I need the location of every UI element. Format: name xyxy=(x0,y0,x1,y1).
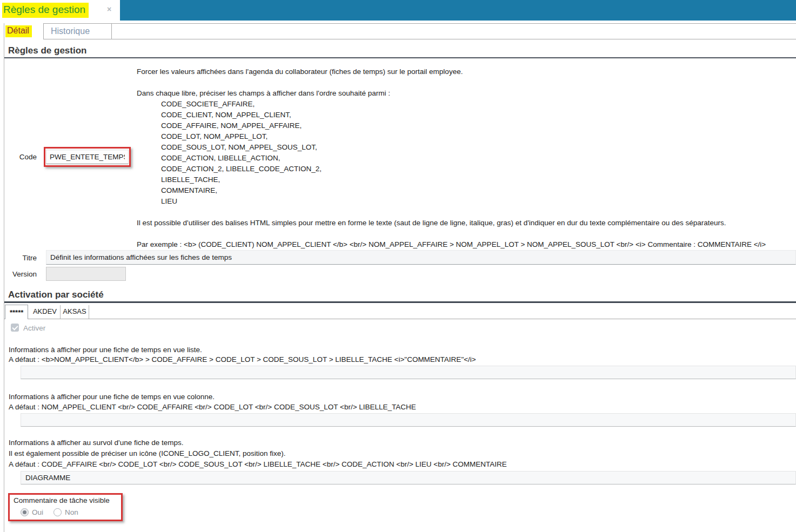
activer-checkbox[interactable] xyxy=(11,324,19,332)
description-line: Dans chaque libre, préciser les champs à… xyxy=(137,88,795,99)
field-option: CODE_LOT, NOM_APPEL_LOT, xyxy=(137,131,795,142)
tab-strip-top-border xyxy=(4,23,796,24)
society-tab-aksas[interactable]: AKSAS xyxy=(61,305,89,319)
field-option: CODE_ACTION_2, LIBELLE_CODE_ACTION_2, xyxy=(137,164,795,174)
field-option: CODE_SOCIETE_AFFAIRE, xyxy=(137,99,795,110)
survol-line2: Il est également possible de préciser un… xyxy=(9,449,286,457)
rule-description: Forcer les valeurs affichées dans l'agen… xyxy=(137,66,795,250)
code-label: Code xyxy=(5,153,37,161)
radio-non[interactable] xyxy=(53,508,62,516)
section-title-activation: Activation par société xyxy=(8,289,104,300)
version-input[interactable] xyxy=(46,267,126,281)
vue-liste-line1: Informations à afficher pour une fiche d… xyxy=(9,346,202,354)
tab-detail[interactable]: Détail xyxy=(4,23,44,39)
society-tab-all[interactable]: ***** xyxy=(5,305,28,319)
code-input[interactable] xyxy=(46,150,129,164)
titre-label: Titre xyxy=(5,254,37,262)
vue-colonne-line1: Informations à afficher pour une fiche d… xyxy=(9,393,215,401)
radio-oui[interactable] xyxy=(21,508,29,516)
field-option: LIEU xyxy=(137,196,795,207)
survol-input[interactable] xyxy=(21,471,796,484)
tab-detail-label: Détail xyxy=(5,25,32,37)
radio-non-label[interactable]: Non xyxy=(65,508,78,516)
section-title-regles: Règles de gestion xyxy=(8,45,86,56)
activer-label: Activer xyxy=(23,324,45,332)
society-tab-strip-border xyxy=(4,319,796,319)
description-line: Il est possible d'utiliser des balises H… xyxy=(137,218,795,228)
field-option: CODE_AFFAIRE, NOM_APPEL_AFFAIRE, xyxy=(137,120,795,131)
field-option: CODE_SOUS_LOT, NOM_APPEL_SOUS_LOT, xyxy=(137,142,795,153)
field-option: CODE_ACTION, LIBELLE_ACTION, xyxy=(137,153,795,164)
tab-strip-bottom-border xyxy=(4,39,796,39)
close-icon[interactable]: × xyxy=(107,5,111,14)
description-line: Forcer les valeurs affichées dans l'agen… xyxy=(137,66,795,77)
survol-line3: A défaut : CODE_AFFAIRE <br/> CODE_LOT <… xyxy=(9,460,507,468)
titre-input[interactable] xyxy=(46,250,796,265)
vue-liste-line2: A défaut : <b>NOM_APPEL_CLIENT</b> > COD… xyxy=(9,355,476,363)
commentaire-visible-label: Commentaire de tâche visible xyxy=(14,496,110,504)
description-line: Par exemple : <b> (CODE_CLIENT) NOM_APPE… xyxy=(137,239,795,250)
society-tab-akdev[interactable]: AKDEV xyxy=(30,305,61,319)
field-option: COMMENTAIRE, xyxy=(137,185,795,196)
field-option: LIBELLE_TACHE, xyxy=(137,174,795,185)
tab-historique[interactable]: Historique xyxy=(44,24,112,39)
window-tab-regles-de-gestion[interactable]: Règles de gestion × xyxy=(0,0,120,21)
panel-left-border xyxy=(4,23,4,532)
vue-colonne-input[interactable] xyxy=(21,413,796,427)
window-tab-title: Règles de gestion xyxy=(2,3,89,18)
survol-line1: Informations à afficher au survol d'une … xyxy=(9,439,184,447)
vue-colonne-line2: A défaut : NOM_APPEL_CLIENT <br/> CODE_A… xyxy=(9,403,416,411)
section-rule-divider xyxy=(4,57,796,58)
field-option: CODE_CLIENT, NOM_APPEL_CLIENT, xyxy=(137,110,795,120)
version-label: Version xyxy=(5,270,37,278)
section-rule-divider xyxy=(4,301,796,303)
radio-oui-label[interactable]: Oui xyxy=(32,508,43,516)
vue-liste-input[interactable] xyxy=(21,366,796,379)
